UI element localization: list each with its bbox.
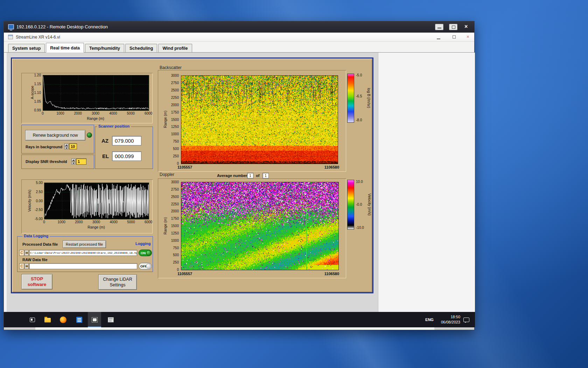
scanner-position-box: Scanner position AZ 079.000 EL 000.099 [95,127,153,169]
doppler-y-tick: 750 [173,246,179,250]
backscatter-colorbar-tick: -6.5 [356,94,362,98]
rays-in-background-field[interactable]: 10 [69,143,77,149]
rays-spinner[interactable] [64,143,68,149]
app-close-button[interactable]: × [467,34,469,39]
language-indicator[interactable]: ENG [424,312,435,327]
taskbar-remote-session-button[interactable] [88,312,101,327]
folder-icon [26,252,28,254]
increment-icon[interactable] [71,158,75,161]
rdp-titlebar: 192.168.0.122 - Remote Desktop Connectio… [4,21,474,33]
raw-path-field[interactable] [29,263,137,269]
doppler-colorbar-tick: -0.0 [356,202,362,206]
taskbar-notes-app-button[interactable] [72,312,86,327]
ascope-x-tick: 2000 [74,111,82,115]
remote-desktop-icon [8,24,14,29]
backscatter-y-tick: 1250 [171,125,179,129]
increment-icon[interactable] [64,143,68,146]
of-label: of [256,173,259,178]
doppler-y-tick: 2250 [171,202,179,206]
elevation-field[interactable]: 000.099 [112,151,141,161]
tab-system-setup[interactable]: System setup [8,44,45,52]
average-number-field[interactable]: 1 [247,173,253,178]
backscatter-y-tick: 1750 [171,110,179,114]
velocity-x-axis-label: Range (m) [44,225,148,229]
velocity-y-axis-label: Velocity (m/s) [27,183,32,219]
raw-logging-toggle[interactable]: OFF [139,263,152,270]
doppler-heatmap [181,182,339,270]
raw-browse-button[interactable] [24,263,29,269]
taskbar-clock[interactable]: 18:50 06/08/2023 [436,312,460,327]
decrement-icon[interactable] [64,146,68,149]
clock-date: 06/08/2023 [441,320,460,325]
tab-strip: System setupReal time dataTemp/humidityS… [4,42,474,53]
stop-software-button[interactable]: STOP software [21,274,52,289]
renew-background-button[interactable]: Renew background now [25,130,85,141]
restart-processed-file-button[interactable]: Restart processed file [63,240,106,248]
ascope-y-ticks: 1.201.151.101.050.99 [33,75,42,110]
ascope-plot [43,75,149,111]
ascope-x-ticks: 0100020003000400050006000 [43,111,148,116]
raw-drive-letter[interactable]: C [19,263,24,269]
doppler-colorbar-tick: -10.0 [356,225,364,229]
desktop: { "rdp": { "title": "192.168.0.122 - Rem… [0,0,588,368]
scanner-position-title: Scanner position [97,124,131,128]
doppler-colorbar [347,180,354,230]
rdp-maximize-button[interactable] [449,24,457,30]
backscatter-y-axis-label: Range (m) [163,75,168,163]
on-label: ON [141,251,146,255]
decrement-icon[interactable] [71,162,75,164]
rdp-close-button[interactable]: × [464,23,468,30]
backscatter-colorbar-tick: -5.0 [356,73,362,77]
doppler-y-tick: 0 [177,268,179,272]
ascope-x-axis-label: Range (m) [43,116,148,121]
toggle-knob [146,264,151,269]
processed-path-field[interactable]: C:\Lidar\Data\Proc\2023\202308\20230806\… [29,250,137,256]
average-number-label: Average number [217,173,247,178]
taskbar-firefox-button[interactable] [56,312,70,327]
velocity-chart: Velocity (m/s) 5.002.500.00-2.50-5.00 01… [21,179,153,233]
notification-center-button[interactable] [461,312,471,327]
snr-spinner[interactable] [71,158,75,164]
backscatter-y-tick: 3000 [171,74,179,77]
taskbar-scan-scheduler-button[interactable] [104,312,117,327]
velocity-y-tick: 0.00 [36,199,43,203]
vi-client-area: A-scope 1.201.151.101.050.99 01000200030… [4,53,475,312]
processed-drive-letter[interactable]: C [19,250,24,256]
backscatter-colorbar-label: log B (/m/sr) [366,74,371,123]
raw-data-file-label: RAW Data file [22,258,48,262]
average-of-field[interactable]: 1 [262,173,269,178]
notification-icon [463,318,469,322]
azimuth-field[interactable]: 079.000 [112,136,141,145]
processed-browse-button[interactable] [24,250,29,256]
velocity-y-tick: 2.50 [36,190,43,193]
doppler-title: Doppler [160,172,174,177]
velocity-x-tick: 5000 [127,220,135,224]
velocity-plot [44,183,149,219]
processed-logging-toggle[interactable]: ON [139,250,152,256]
ascope-x-tick: 5000 [127,111,135,115]
rdp-minimize-button[interactable] [435,24,443,30]
tab-wind-profile[interactable]: Wind profile [158,44,192,52]
app-minimize-button[interactable] [435,35,443,40]
snr-threshold-field[interactable]: 1 [76,158,86,165]
rays-in-background-label: Rays in background [26,145,62,149]
processed-data-file-label: Processed Data file [22,242,58,246]
taskbar-task-view-button[interactable] [26,312,39,327]
doppler-colorbar-label: Velocity (m/s) [367,180,372,230]
vi-front-panel: A-scope 1.201.151.101.050.99 01000200030… [11,57,373,293]
taskbar-file-explorer-button[interactable] [41,312,54,327]
tab-temp-humidity[interactable]: Temp/humidity [85,44,124,52]
backscatter-y-tick: 500 [173,147,179,151]
backscatter-chart: Range (m) 300027502500225020001750150012… [158,70,346,172]
ascope-y-tick: 0.99 [34,108,41,112]
app-maximize-button[interactable] [450,35,458,40]
background-controls-box: Renew background now Rays in background … [21,125,94,154]
ascope-x-tick: 6000 [145,111,152,115]
logging-label: Logging [135,241,150,246]
tab-real-time-data[interactable]: Real time data [46,43,84,53]
velocity-x-tick: 1000 [58,220,65,224]
velocity-x-tick: 2000 [75,220,83,224]
change-lidar-settings-button[interactable]: Change LiDAR Settings [98,274,137,290]
ascope-x-tick: 0 [42,111,44,115]
tab-scheduling[interactable]: Scheduling [125,44,157,52]
